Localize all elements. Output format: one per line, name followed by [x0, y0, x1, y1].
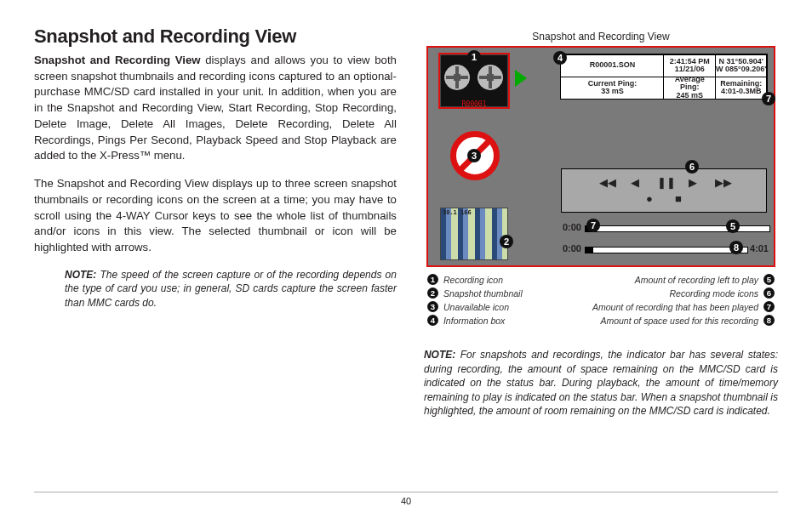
document-page: Snapshot and Recording View Snapshot and… — [0, 0, 812, 518]
note-1-text: The speed of the screen capture or of th… — [65, 269, 397, 309]
legend-item-4: 4Information box — [427, 315, 523, 326]
info-lon: W 085°09.206' — [716, 65, 766, 73]
forward-fast-icon: ▶▶ — [715, 176, 729, 189]
remaining-value: 4:01-0.3MB — [721, 88, 762, 95]
legend-left: 1Recording icon 2Snapshot thumbnail 3Una… — [427, 274, 523, 326]
paragraph-1-lead: Snapshot and Recording View — [34, 54, 201, 66]
figure-screenshot: R00001 30.1 166 R00001.SON 2:41:54 PM — [426, 46, 775, 267]
page-title: Snapshot and Recording View — [34, 26, 397, 48]
left-column: Snapshot and Recording View Snapshot and… — [34, 26, 397, 429]
info-remaining: Remaining: 4:01-0.3MB — [715, 77, 768, 100]
current-ping-value: 33 mS — [601, 88, 624, 95]
info-date: 11/21/06 — [675, 65, 705, 73]
average-ping-label: Average Ping: — [664, 76, 715, 92]
callout-6: 6 — [685, 160, 699, 174]
snapshot-thumbnail: 30.1 166 — [440, 208, 508, 260]
progress-top-left: 0:00 — [563, 222, 581, 232]
info-current-ping: Current Ping: 33 mS — [560, 77, 664, 100]
legend-item-8: 8Amount of space used for this recording — [592, 315, 775, 326]
note-1-label: NOTE: — [65, 269, 96, 281]
transport-panel: ◀◀ ◀ ❚❚ ▶ ▶▶ ● ■ — [561, 168, 767, 213]
callout-4: 4 — [553, 51, 567, 65]
note-2-text: For snapshots and recordings, the indica… — [424, 349, 778, 417]
info-average-ping: Average Ping: 245 mS — [663, 77, 716, 100]
legend-item-6: 6Recording mode icons — [592, 287, 775, 299]
snapshot-sonar-icon — [441, 208, 507, 259]
paragraph-1-rest: displays and allows you to view both scr… — [34, 54, 397, 162]
info-box: R00001.SON 2:41:54 PM 11/21/06 N 31°50.9… — [561, 54, 767, 99]
legend-item-2: 2Snapshot thumbnail — [427, 287, 523, 299]
note-1: NOTE: The speed of the screen capture or… — [34, 268, 397, 310]
recording-thumbnail-label: R00001 — [441, 100, 507, 108]
info-lat-lon: N 31°50.904' W 085°09.206' — [715, 54, 768, 77]
progress-bar-top — [585, 225, 770, 232]
figure-inner: R00001 30.1 166 R00001.SON 2:41:54 PM — [430, 49, 772, 264]
callout-7: 7 — [586, 219, 600, 232]
figure-caption: Snapshot and Recording View — [424, 31, 778, 43]
reel-disc-left-icon — [444, 65, 470, 90]
snapshot-overlay-text: 30.1 166 — [443, 210, 472, 216]
transport-row-1: ◀◀ ◀ ❚❚ ▶ ▶▶ — [599, 176, 729, 189]
progress-bar-bottom — [585, 247, 748, 253]
progress-bar-bottom-fill — [586, 248, 594, 253]
legend-right: 5Amount of recording left to play 6Recor… — [592, 274, 775, 326]
note-2: NOTE: For snapshots and recordings, the … — [424, 348, 778, 418]
rewind-icon: ◀ — [628, 176, 642, 189]
legend-item-1: 1Recording icon — [427, 274, 523, 285]
progress-bottom-left: 0:00 — [563, 243, 581, 253]
progress-bottom-right: 4:01 — [750, 243, 769, 253]
paragraph-2: The Snapshot and Recording View displays… — [34, 176, 397, 256]
figure-legend: 1Recording icon 2Snapshot thumbnail 3Una… — [427, 274, 775, 326]
info-filename: R00001.SON — [560, 54, 664, 77]
legend-item-5: 5Amount of recording left to play — [592, 274, 775, 285]
page-number: 40 — [401, 496, 411, 506]
page-footer: 40 — [34, 492, 778, 506]
legend-item-7: 7Amount of recording that has been playe… — [592, 301, 775, 312]
callout-7b: 7 — [762, 92, 775, 105]
forward-icon: ▶ — [686, 176, 700, 189]
pause-icon: ❚❚ — [657, 176, 671, 189]
legend-item-3: 3Unavailable icon — [427, 301, 523, 312]
callout-1: 1 — [467, 50, 481, 64]
info-time-date: 2:41:54 PM 11/21/06 — [663, 54, 716, 77]
right-column: Snapshot and Recording View R00001 — [424, 26, 778, 429]
note-2-label: NOTE: — [424, 349, 455, 361]
reel-disc-right-icon — [477, 65, 503, 90]
transport-row-2: ● ■ — [643, 192, 685, 205]
callout-8: 8 — [729, 241, 743, 254]
rewind-fast-icon: ◀◀ — [599, 176, 613, 189]
callout-2: 2 — [500, 235, 513, 248]
stop-icon: ■ — [672, 192, 685, 205]
selection-arrow-icon — [515, 70, 527, 87]
callout-3: 3 — [467, 149, 481, 162]
record-icon: ● — [643, 192, 656, 205]
callout-5: 5 — [726, 219, 740, 233]
average-ping-value: 245 mS — [676, 92, 703, 100]
paragraph-1: Snapshot and Recording View displays and… — [34, 53, 397, 164]
